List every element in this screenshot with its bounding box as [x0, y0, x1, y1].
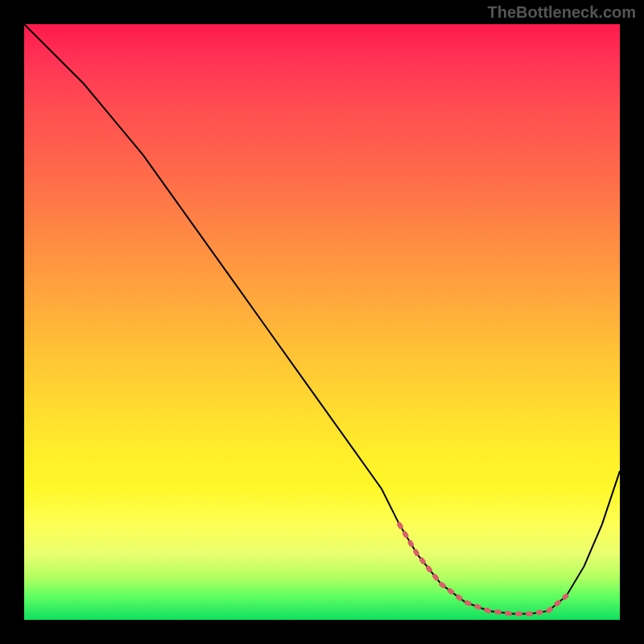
chart-plot-area	[24, 24, 620, 620]
watermark-text: TheBottleneck.com	[488, 3, 636, 22]
chart-svg	[24, 24, 620, 620]
bottleneck-curve-path	[24, 24, 620, 614]
optimal-range-path	[399, 525, 566, 614]
